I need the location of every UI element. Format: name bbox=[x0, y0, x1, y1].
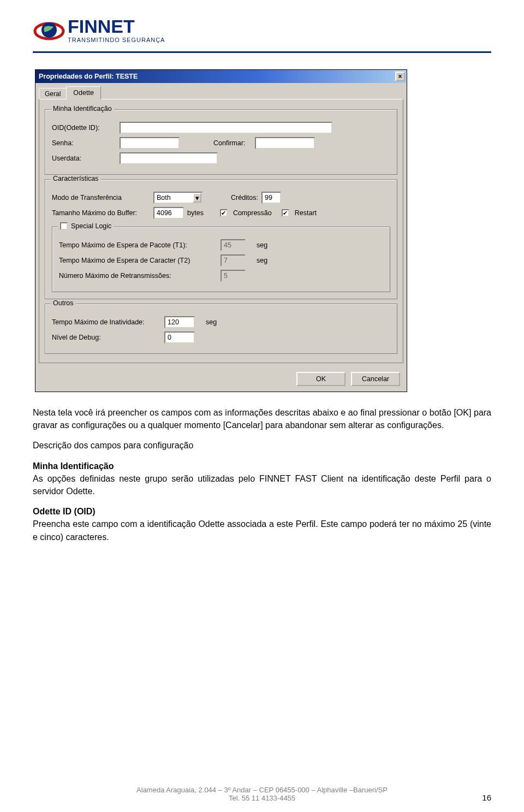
buffer-input[interactable]: 4096 bbox=[153, 207, 184, 219]
heading-minha-identificacao: Minha Identificação bbox=[33, 461, 114, 471]
page-number: 16 bbox=[475, 793, 491, 802]
modo-select[interactable]: Both ▾ bbox=[153, 192, 203, 204]
t2-input: 7 bbox=[221, 254, 246, 266]
seg-label: seg bbox=[257, 257, 267, 264]
paragraph: Preencha este campo com a identificação … bbox=[33, 518, 491, 543]
titlebar: Propriedades do Perfil: TESTE × bbox=[35, 70, 407, 83]
inatividade-input[interactable]: 120 bbox=[164, 316, 195, 328]
debug-input[interactable]: 0 bbox=[164, 331, 195, 343]
creditos-input[interactable]: 99 bbox=[261, 192, 281, 204]
userdata-label: Userdata: bbox=[52, 155, 116, 162]
group-legend: Características bbox=[51, 175, 100, 182]
tab-panel-odette: Minha Identificação OID(Odette ID): Senh… bbox=[39, 99, 403, 363]
group-outros: Outros Tempo Máximo de Inatividade: 120 … bbox=[45, 304, 397, 354]
modo-value: Both bbox=[154, 193, 193, 203]
bytes-label: bytes bbox=[187, 209, 204, 217]
footer-line2: Tel. 55 11 4133-4455 bbox=[49, 794, 475, 802]
logo-tagline: TRANSMITINDO SEGURANÇA bbox=[68, 37, 165, 43]
page-footer: Alameda Araguaia, 2.044 – 3º Andar – CEP… bbox=[33, 786, 491, 802]
ok-button[interactable]: OK bbox=[296, 372, 346, 386]
logo-text: Finnet TRANSMITINDO SEGURANÇA bbox=[68, 17, 165, 43]
retrans-label: Número Máximo de Retransmissões: bbox=[59, 272, 217, 280]
group-legend: Minha Identificação bbox=[51, 105, 114, 112]
dialog-window: Propriedades do Perfil: TESTE × Geral Od… bbox=[35, 69, 407, 392]
t2-label: Tempo Máximo de Espera de Caracter (T2) bbox=[59, 257, 217, 264]
body-text: Nesta tela você irá preencher os campos … bbox=[33, 406, 491, 543]
t1-label: Tempo Máximo de Espera de Pacote (T1): bbox=[59, 241, 217, 249]
finnet-globe-icon bbox=[33, 14, 66, 46]
senha-label: Senha: bbox=[52, 139, 116, 147]
window-title: Propriedades do Perfil: TESTE bbox=[39, 73, 395, 80]
inatividade-label: Tempo Máximo de Inatividade: bbox=[52, 318, 161, 326]
compressao-label: Compressão bbox=[233, 209, 272, 217]
chevron-down-icon: ▾ bbox=[193, 193, 201, 203]
oid-label: OID(Odette ID): bbox=[52, 124, 116, 132]
special-logic-checkbox[interactable] bbox=[60, 222, 68, 230]
cancel-button[interactable]: Cancelar bbox=[351, 372, 400, 386]
header-divider bbox=[33, 51, 491, 53]
modo-label: Modo de Transferência bbox=[52, 194, 150, 201]
t1-input: 45 bbox=[221, 239, 246, 251]
senha-input[interactable] bbox=[120, 137, 180, 149]
tab-geral[interactable]: Geral bbox=[39, 88, 67, 99]
buffer-label: Tamanho Máximo do Buffer: bbox=[52, 209, 150, 217]
page-header: Finnet TRANSMITINDO SEGURANÇA bbox=[33, 11, 491, 49]
oid-input[interactable] bbox=[120, 122, 332, 134]
userdata-input[interactable] bbox=[120, 152, 218, 164]
footer-line1: Alameda Araguaia, 2.044 – 3º Andar – CEP… bbox=[49, 786, 475, 794]
group-special-logic: Special Logic Tempo Máximo de Espera de … bbox=[52, 227, 390, 292]
group-minha-identificacao: Minha Identificação OID(Odette ID): Senh… bbox=[45, 109, 397, 175]
paragraph: Descrição dos campos para configuração bbox=[33, 439, 491, 452]
close-icon[interactable]: × bbox=[395, 72, 405, 81]
footer-address: Alameda Araguaia, 2.044 – 3º Andar – CEP… bbox=[49, 786, 475, 802]
tab-strip: Geral Odette bbox=[35, 83, 407, 99]
restart-label: Restart bbox=[295, 209, 317, 217]
seg-label: seg bbox=[257, 241, 267, 249]
paragraph: Nesta tela você irá preencher os campos … bbox=[33, 406, 491, 431]
restart-checkbox[interactable]: ✔ bbox=[282, 209, 289, 217]
logo-name: Finnet bbox=[68, 17, 165, 35]
confirmar-input[interactable] bbox=[255, 137, 315, 149]
dialog-button-row: OK Cancelar bbox=[35, 366, 407, 392]
heading-odette-id: Odette ID (OID) bbox=[33, 507, 96, 516]
retrans-input: 5 bbox=[221, 270, 246, 282]
debug-label: Nível de Debug: bbox=[52, 334, 161, 341]
seg-label: seg bbox=[206, 318, 217, 326]
group-legend: Outros bbox=[51, 299, 76, 307]
confirmar-label: Confirmar: bbox=[213, 139, 252, 147]
group-caracteristicas: Características Modo de Transferência Bo… bbox=[45, 179, 397, 299]
compressao-checkbox[interactable]: ✔ bbox=[220, 209, 228, 217]
paragraph: As opções definidas neste grupo serão ut… bbox=[33, 472, 491, 497]
special-logic-legend-text: Special Logic bbox=[71, 222, 111, 230]
creditos-label: Créditos: bbox=[231, 194, 258, 201]
group-legend: Special Logic bbox=[58, 222, 114, 230]
tab-odette[interactable]: Odette bbox=[66, 86, 101, 99]
